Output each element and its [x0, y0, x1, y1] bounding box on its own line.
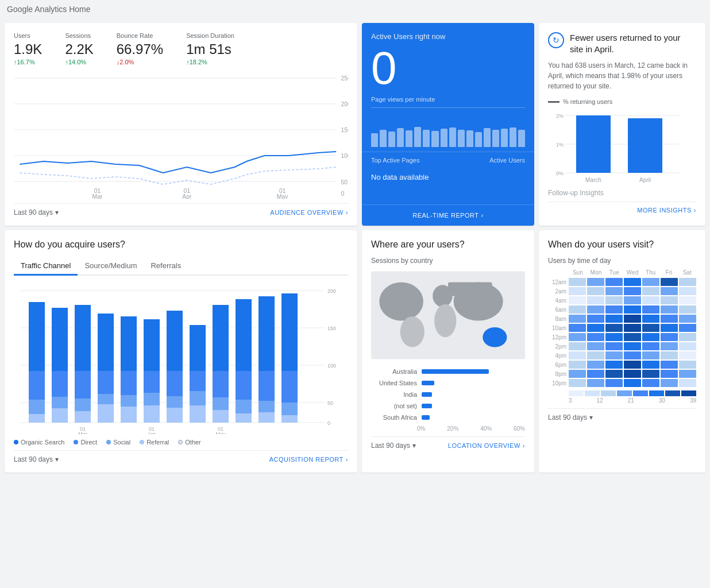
- heatmap-row-8am: 8am: [548, 315, 696, 323]
- svg-rect-38: [29, 371, 45, 400]
- metric-sessions: Sessions 2.2K ↑14.0%: [65, 32, 93, 65]
- more-insights-link[interactable]: MORE INSIGHTS ›: [637, 207, 696, 214]
- svg-rect-62: [167, 371, 183, 396]
- metric-session-duration: Session Duration 1m 51s ↑18.2%: [186, 32, 234, 65]
- svg-rect-46: [75, 371, 91, 399]
- heatmap-row-6am: 6am: [548, 305, 696, 314]
- svg-rect-50: [98, 371, 114, 394]
- heatmap-row-2am: 2am: [548, 287, 696, 295]
- svg-rect-43: [52, 397, 68, 408]
- realtime-report-link[interactable]: REAL-TIME REPORT ›: [412, 212, 484, 219]
- svg-rect-23: [576, 115, 611, 173]
- svg-rect-56: [121, 407, 137, 423]
- country-bars: Australia United States India (not set): [371, 368, 525, 421]
- time-period-select[interactable]: Last 90 days ▾: [548, 413, 593, 421]
- svg-text:1%: 1%: [556, 142, 564, 148]
- realtime-card: Active Users right now 0 Page views per …: [362, 23, 534, 226]
- heatmap-row-12pm: 12pm: [548, 333, 696, 341]
- svg-rect-55: [121, 395, 137, 407]
- location-card: Where are your users? Sessions by countr…: [362, 230, 534, 473]
- svg-rect-44: [52, 408, 68, 423]
- svg-text:150: 150: [327, 326, 336, 331]
- svg-rect-37: [29, 302, 45, 371]
- svg-rect-45: [75, 305, 91, 371]
- realtime-footer[interactable]: REAL-TIME REPORT ›: [362, 204, 534, 226]
- svg-text:0%: 0%: [556, 171, 564, 176]
- svg-rect-47: [75, 399, 91, 411]
- acquisition-footer: Last 90 days ▾ ACQUISITION REPORT ›: [14, 450, 348, 463]
- tab-referrals[interactable]: Referrals: [144, 257, 188, 274]
- svg-text:Mar: Mar: [92, 194, 103, 199]
- day-labels: Sun Mon Tue Wed Thu Fri Sat: [569, 269, 696, 276]
- acquisition-period-select[interactable]: Last 90 days ▾: [14, 455, 59, 463]
- tab-source-medium[interactable]: Source/Medium: [78, 257, 144, 274]
- svg-rect-77: [258, 296, 275, 371]
- svg-text:200: 200: [341, 101, 348, 107]
- svg-rect-61: [167, 311, 183, 371]
- svg-rect-71: [213, 397, 229, 410]
- svg-rect-98: [448, 283, 492, 296]
- tab-traffic-channel[interactable]: Traffic Channel: [14, 257, 78, 274]
- realtime-chart: Page views per minute: [362, 96, 534, 147]
- location-header: Where are your users?: [371, 239, 525, 250]
- svg-rect-53: [121, 316, 137, 371]
- svg-rect-75: [236, 400, 252, 413]
- svg-rect-76: [236, 413, 252, 423]
- location-overview-link[interactable]: LOCATION OVERVIEW ›: [448, 442, 525, 449]
- heatmap-scale: [569, 390, 696, 396]
- svg-text:150: 150: [341, 127, 348, 133]
- svg-text:0: 0: [327, 420, 330, 426]
- insights-title-row: ↻ Fewer users returned to your site in A…: [548, 32, 696, 55]
- svg-rect-51: [98, 394, 114, 404]
- svg-rect-58: [144, 371, 160, 393]
- page-title: Google Analytics Home: [0, 0, 710, 18]
- heatmap-row-12am: 12am: [548, 278, 696, 286]
- svg-text:2%: 2%: [556, 113, 564, 119]
- svg-text:May: May: [277, 194, 289, 199]
- world-map: [371, 269, 525, 361]
- svg-point-92: [379, 283, 423, 321]
- svg-rect-41: [52, 308, 68, 371]
- audience-chart: 250 200 150 100 50 0 01 Mar 01 Apr 01 Ma…: [14, 72, 348, 199]
- svg-rect-57: [144, 319, 160, 371]
- location-period-select[interactable]: Last 90 days ▾: [371, 442, 416, 450]
- acquisition-tabs: Traffic Channel Source/Medium Referrals: [14, 257, 348, 276]
- svg-text:250: 250: [341, 75, 348, 82]
- svg-rect-59: [144, 393, 160, 405]
- acquisition-chart: 200 150 100 50 0: [14, 285, 348, 434]
- acquisition-report-link[interactable]: ACQUISITION REPORT ›: [269, 456, 348, 463]
- svg-rect-24: [628, 118, 662, 173]
- country-row-india: India: [371, 391, 525, 398]
- audience-overview-link[interactable]: AUDIENCE OVERVIEW ›: [270, 209, 348, 216]
- heatmap-row-4pm: 4pm: [548, 351, 696, 359]
- audience-period-select[interactable]: Last 90 days ▾: [14, 208, 59, 216]
- svg-rect-78: [258, 371, 275, 401]
- svg-rect-66: [190, 371, 206, 391]
- audience-card: Users 1.9K ↑16.7% Sessions 2.2K ↑14.0% B…: [5, 23, 357, 226]
- svg-rect-72: [213, 410, 229, 423]
- svg-rect-74: [236, 371, 252, 400]
- svg-text:200: 200: [327, 288, 336, 294]
- legend-organic: Organic Search: [14, 439, 64, 446]
- svg-text:Mar: Mar: [78, 431, 87, 434]
- svg-text:100: 100: [341, 153, 348, 159]
- svg-text:50: 50: [327, 400, 333, 406]
- time-footer: Last 90 days ▾: [548, 408, 696, 421]
- svg-rect-63: [167, 396, 183, 408]
- legend-other: Other: [178, 439, 201, 446]
- users-by-time: Users by time of day: [548, 257, 696, 265]
- insights-card: ↻ Fewer users returned to your site in A…: [539, 23, 705, 226]
- time-header: When do your users visit?: [548, 239, 696, 250]
- legend-direct: Direct: [74, 439, 97, 446]
- acquisition-header: How do you acquire users?: [14, 239, 348, 250]
- heatmap-row-10am: 10am: [548, 324, 696, 332]
- svg-point-95: [434, 304, 456, 337]
- svg-text:100: 100: [327, 363, 336, 369]
- heatmap-row-6pm: 6pm: [548, 361, 696, 369]
- metrics-row: Users 1.9K ↑16.7% Sessions 2.2K ↑14.0% B…: [14, 32, 348, 65]
- insights-bar-chart: 2% 1% 0% March April: [548, 110, 696, 184]
- svg-rect-49: [98, 314, 114, 371]
- country-row-australia: Australia: [371, 368, 525, 375]
- svg-text:April: April: [639, 177, 651, 183]
- heatmap-row-8pm: 8pm: [548, 370, 696, 378]
